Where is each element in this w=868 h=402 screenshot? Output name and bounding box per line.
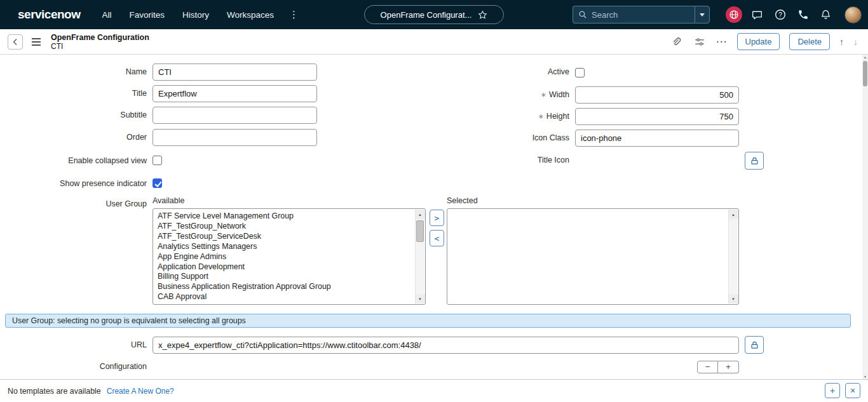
scroll-track <box>416 219 424 294</box>
scroll-down-icon[interactable]: ▼ <box>729 294 738 304</box>
more-options-icon[interactable]: ⋯ <box>716 35 728 49</box>
active-label: Active <box>407 64 569 81</box>
active-checkbox[interactable] <box>575 68 585 77</box>
list-item[interactable]: App Engine Admins <box>158 252 414 262</box>
phone-icon[interactable] <box>795 7 811 23</box>
required-icon: ∗ <box>541 91 546 98</box>
context-pill[interactable]: OpenFrame Configurat... <box>364 5 504 24</box>
close-footer-button[interactable]: × <box>845 383 860 398</box>
scroll-up-icon[interactable]: ▲ <box>862 55 868 59</box>
order-input[interactable] <box>153 129 317 146</box>
list-item[interactable]: Business Application Registration Approv… <box>158 282 414 292</box>
scroll-down-icon[interactable]: ▼ <box>862 375 868 379</box>
show-presence-indicator-checkbox[interactable] <box>153 178 162 188</box>
record-title: OpenFrame Configuration CTI <box>51 33 149 51</box>
banner-text: User Group: selecting no group is equiva… <box>12 316 246 325</box>
lock-icon <box>750 340 759 350</box>
selected-listbox: ▲ ▼ <box>447 208 739 305</box>
selected-label: Selected <box>447 196 478 206</box>
subtitle-input[interactable] <box>153 107 317 124</box>
scroll-up-icon[interactable]: ▲ <box>416 210 425 219</box>
list-item[interactable]: Application Development <box>158 262 414 272</box>
menu-favorites[interactable]: Favorites <box>121 10 174 20</box>
create-template-link[interactable]: Create A New One? <box>107 387 174 396</box>
subtitle-label: Subtitle <box>0 107 147 124</box>
topnav-icons: ? <box>726 0 862 29</box>
scroll-down-icon[interactable]: ▼ <box>416 294 425 304</box>
list-item[interactable]: Billing Support <box>158 272 414 282</box>
search-icon <box>578 10 587 19</box>
order-label: Order <box>0 129 147 146</box>
globe-indicator-icon[interactable] <box>726 6 742 23</box>
top-navigation: servicenow All Favorites History Workspa… <box>0 0 868 29</box>
url-input[interactable] <box>153 337 739 354</box>
update-button[interactable]: Update <box>737 33 780 50</box>
chevron-left-icon <box>13 38 18 46</box>
list-item[interactable]: ATF Service Level Management Group <box>158 211 414 222</box>
user-group-info-banner: User Group: selecting no group is equiva… <box>5 314 851 328</box>
form-context-menu-icon[interactable] <box>32 38 41 46</box>
name-input[interactable] <box>153 64 317 81</box>
templates-message: No templates are available <box>8 387 101 396</box>
list-item[interactable]: ATF_TestGroup_ServiceDesk <box>158 232 414 242</box>
list-item[interactable]: CAB Approval <box>158 292 414 302</box>
search-scope-dropdown[interactable] <box>695 6 710 23</box>
selected-scrollbar: ▲ ▼ <box>728 210 738 304</box>
icon-class-input[interactable] <box>575 130 739 147</box>
svg-text:?: ? <box>778 11 782 18</box>
menu-workspaces[interactable]: Workspaces <box>218 10 283 20</box>
search-field[interactable] <box>573 6 695 23</box>
main-menu: All Favorites History Workspaces ⋮ <box>93 9 306 20</box>
list-item[interactable]: Analytics Settings Managers <box>158 242 414 252</box>
personalize-sliders-icon[interactable] <box>693 35 707 49</box>
scroll-thumb[interactable] <box>863 61 867 86</box>
menu-history[interactable]: History <box>173 10 218 20</box>
user-avatar[interactable] <box>844 6 862 23</box>
editor-grow-button[interactable]: + <box>718 361 739 373</box>
available-listbox: ATF Service Level Management GroupATF_Te… <box>153 208 426 305</box>
overflow-menu-icon[interactable]: ⋮ <box>283 9 305 20</box>
chevron-down-icon <box>700 13 705 17</box>
move-right-button[interactable]: > <box>430 210 444 226</box>
next-record-icon[interactable]: ↓ <box>853 35 858 49</box>
enable-collapsed-view-checkbox[interactable] <box>153 156 162 165</box>
menu-all[interactable]: All <box>93 10 121 20</box>
scroll-up-icon[interactable]: ▲ <box>729 210 738 219</box>
title-icon-lock-button[interactable] <box>745 152 764 170</box>
lock-icon <box>750 156 759 166</box>
favorite-star-icon[interactable] <box>478 10 487 20</box>
move-left-button[interactable]: < <box>430 230 444 246</box>
record-name: CTI <box>51 42 149 51</box>
servicenow-logo[interactable]: servicenow <box>18 8 81 22</box>
chat-icon[interactable] <box>749 7 765 23</box>
global-search <box>573 6 710 23</box>
width-input[interactable] <box>575 86 739 104</box>
add-template-button[interactable]: + <box>825 383 840 398</box>
icon-class-label: Icon Class <box>407 130 569 147</box>
servicenow-app: servicenow All Favorites History Workspa… <box>0 0 868 402</box>
search-input[interactable] <box>592 10 689 20</box>
delete-button[interactable]: Delete <box>789 33 830 50</box>
page-scrollbar: ▲ ▼ <box>862 55 868 379</box>
attachment-paperclip-icon[interactable] <box>669 35 683 49</box>
required-icon: ∗ <box>538 112 544 120</box>
help-icon[interactable]: ? <box>772 7 788 23</box>
selected-list <box>449 210 727 303</box>
url-lock-button[interactable] <box>745 336 764 354</box>
record-header: OpenFrame Configuration CTI ⋯ Update Del… <box>0 29 868 55</box>
list-item[interactable]: ATF_TestGroup_Network <box>158 222 414 232</box>
back-button[interactable] <box>8 34 23 50</box>
title-input[interactable] <box>153 85 317 102</box>
url-label: URL <box>0 337 147 354</box>
notifications-bell-icon[interactable] <box>818 7 834 23</box>
show-presence-indicator-label: Show presence indicator <box>0 178 147 189</box>
user-group-label: User Group <box>0 196 147 213</box>
width-label: ∗Width <box>407 86 569 104</box>
header-actions: ⋯ Update Delete ↑ ↓ <box>669 33 858 50</box>
list-item[interactable]: Capacity Mgmt <box>158 302 414 303</box>
height-input[interactable] <box>575 108 739 125</box>
previous-record-icon[interactable]: ↑ <box>839 35 844 49</box>
editor-shrink-button[interactable]: − <box>697 361 718 373</box>
enable-collapsed-view-label: Enable collapsed view <box>0 156 147 166</box>
scroll-thumb[interactable] <box>416 220 424 242</box>
